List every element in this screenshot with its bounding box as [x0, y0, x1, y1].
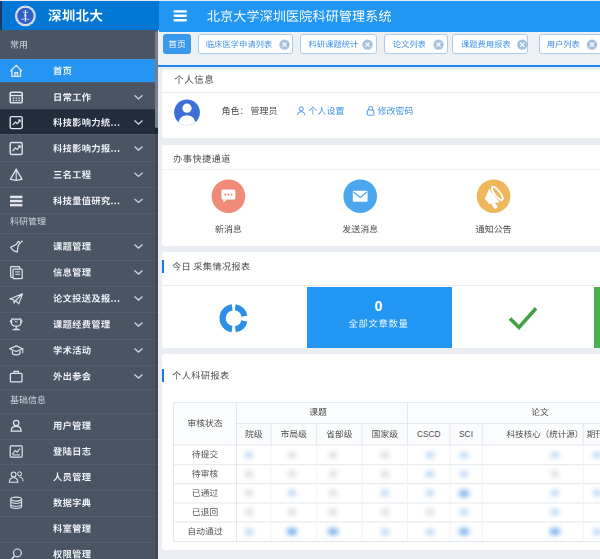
svg-text:CSCD: CSCD — [417, 429, 441, 439]
svg-text:SCI: SCI — [459, 429, 473, 439]
svg-text:0: 0 — [375, 298, 383, 314]
